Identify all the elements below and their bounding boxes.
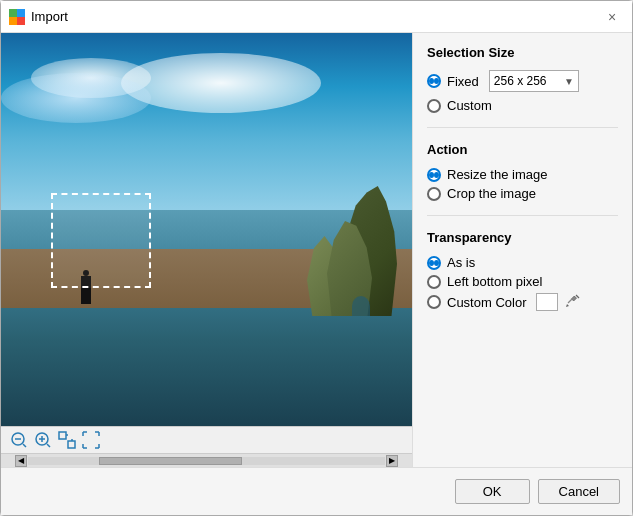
zoom-toolbar	[1, 426, 412, 453]
scrollbar-thumb[interactable]	[99, 457, 242, 465]
resize-radio[interactable]	[427, 168, 441, 182]
fixed-radio-row[interactable]: Fixed	[427, 74, 479, 89]
svg-rect-3	[17, 17, 25, 25]
svg-rect-1	[17, 9, 25, 17]
fixed-row: Fixed 256 x 256 ▼	[427, 70, 618, 92]
resize-radio-row[interactable]: Resize the image	[427, 167, 618, 182]
cancel-button[interactable]: Cancel	[538, 479, 620, 504]
fit-icon	[58, 431, 76, 449]
svg-marker-26	[566, 304, 569, 307]
cloud3	[1, 73, 151, 123]
divider1	[427, 127, 618, 128]
dropdown-arrow: ▼	[564, 76, 574, 87]
import-dialog: Import ×	[0, 0, 633, 516]
actual-size-icon	[82, 431, 100, 449]
transparency-section: Transparency As is Left bottom pixel Cus…	[427, 230, 618, 311]
zoom-in-icon	[34, 431, 52, 449]
as-is-radio-row[interactable]: As is	[427, 255, 618, 270]
fixed-label: Fixed	[447, 74, 479, 89]
svg-rect-24	[572, 296, 577, 301]
custom-color-radio-row[interactable]: Custom Color	[427, 293, 618, 311]
action-title: Action	[427, 142, 618, 157]
actual-size-button[interactable]	[81, 430, 101, 450]
bottom-bar: OK Cancel	[1, 467, 632, 515]
scroll-right-button[interactable]: ▶	[386, 455, 398, 467]
size-dropdown[interactable]: 256 x 256 ▼	[489, 70, 579, 92]
scroll-left-button[interactable]: ◀	[15, 455, 27, 467]
beach-scene	[1, 33, 412, 426]
color-swatch[interactable]	[536, 293, 558, 311]
crop-label: Crop the image	[447, 186, 536, 201]
fixed-radio[interactable]	[427, 74, 441, 88]
crop-radio-row[interactable]: Crop the image	[427, 186, 618, 201]
left-bottom-radio-row[interactable]: Left bottom pixel	[427, 274, 618, 289]
resize-label: Resize the image	[447, 167, 547, 182]
rock-arch-hole	[352, 296, 370, 316]
zoom-out-icon	[10, 431, 28, 449]
svg-line-6	[23, 444, 26, 447]
left-bottom-label: Left bottom pixel	[447, 274, 542, 289]
svg-line-25	[568, 299, 572, 303]
custom-label: Custom	[447, 98, 492, 113]
runner-body	[81, 276, 91, 304]
eyedropper-icon	[566, 294, 580, 308]
custom-color-radio[interactable]	[427, 295, 441, 309]
image-area	[1, 33, 412, 426]
as-is-radio[interactable]	[427, 256, 441, 270]
title-bar: Import ×	[1, 1, 632, 33]
zoom-out-button[interactable]	[9, 430, 29, 450]
svg-rect-11	[59, 432, 66, 439]
title-bar-left: Import	[9, 9, 68, 25]
custom-color-label: Custom Color	[447, 295, 526, 310]
dialog-title: Import	[31, 9, 68, 24]
custom-radio-row[interactable]: Custom	[427, 98, 618, 113]
svg-rect-0	[9, 9, 17, 17]
as-is-label: As is	[447, 255, 475, 270]
zoom-in-button[interactable]	[33, 430, 53, 450]
action-section: Action Resize the image Crop the image	[427, 142, 618, 201]
close-button[interactable]: ×	[600, 5, 624, 29]
svg-rect-12	[68, 441, 75, 448]
clouds	[1, 53, 412, 230]
selection-size-section: Selection Size Fixed 256 x 256 ▼	[427, 45, 618, 113]
crop-radio[interactable]	[427, 187, 441, 201]
scrollbar-track[interactable]	[28, 457, 385, 465]
horizontal-scrollbar[interactable]: ◀ ▶	[1, 453, 412, 467]
transparency-title: Transparency	[427, 230, 618, 245]
divider2	[427, 215, 618, 216]
content-area: ◀ ▶ Selection Size Fixed	[1, 33, 632, 467]
selection-size-title: Selection Size	[427, 45, 618, 60]
custom-radio[interactable]	[427, 99, 441, 113]
left-bottom-radio[interactable]	[427, 275, 441, 289]
app-icon	[9, 9, 25, 25]
size-value: 256 x 256	[494, 74, 547, 88]
svg-line-10	[47, 444, 50, 447]
image-panel: ◀ ▶	[1, 33, 412, 467]
svg-line-23	[576, 295, 579, 298]
fit-button[interactable]	[57, 430, 77, 450]
ok-button[interactable]: OK	[455, 479, 530, 504]
cloud2	[121, 53, 321, 113]
eyedropper-button[interactable]	[566, 294, 580, 311]
svg-rect-2	[9, 17, 17, 25]
right-panel: Selection Size Fixed 256 x 256 ▼	[412, 33, 632, 467]
